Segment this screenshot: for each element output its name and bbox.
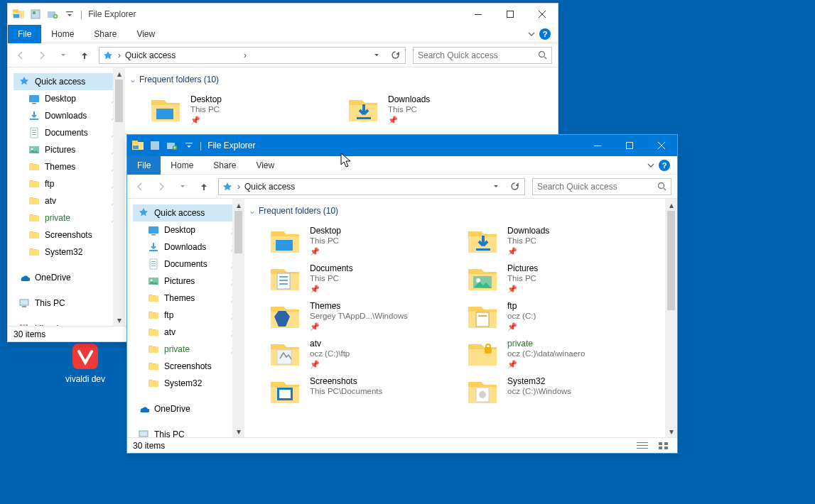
address-dropdown-button[interactable]: [369, 48, 384, 62]
group-header[interactable]: ⌄ Frequent folders (10): [244, 199, 677, 220]
navigation-pane[interactable]: Quick accessDesktop📌Downloads📌Documents📌…: [8, 67, 125, 326]
view-tab[interactable]: View: [126, 25, 165, 43]
home-tab[interactable]: Home: [41, 25, 84, 43]
large-icons-view-button[interactable]: [656, 439, 671, 452]
address-bar[interactable]: › Quick access ›: [99, 47, 406, 64]
qat-properties-icon[interactable]: [147, 138, 163, 153]
folder-item-desktop[interactable]: Desktop This PC 📌: [269, 224, 453, 256]
nav-item-pictures[interactable]: Pictures📌: [133, 273, 244, 290]
nav-forward-button[interactable]: [154, 180, 168, 194]
close-button[interactable]: [526, 4, 558, 25]
desktop-shortcut-vivaldi[interactable]: vivaldi dev: [57, 341, 114, 384]
maximize-button[interactable]: [613, 135, 645, 156]
titlebar[interactable]: | File Explorer: [127, 135, 677, 156]
scrollbar-thumb[interactable]: [234, 211, 242, 253]
nav-libraries[interactable]: Libraries: [14, 320, 125, 326]
close-button[interactable]: [645, 135, 677, 156]
nav-item-themes[interactable]: Themes📌: [14, 158, 125, 175]
nav-item-desktop[interactable]: Desktop📌: [133, 221, 244, 239]
qat-newfolder-icon[interactable]: [45, 6, 60, 22]
nav-item-downloads[interactable]: Downloads📌: [14, 107, 125, 124]
folder-item-downloads[interactable]: Downloads This PC 📌: [347, 93, 531, 125]
folder-item-system32[interactable]: System32 ocz (C:)\Windows: [466, 375, 651, 406]
navigation-pane[interactable]: Quick accessDesktop📌Downloads📌Documents📌…: [127, 199, 244, 437]
nav-item-private[interactable]: private📌: [133, 341, 244, 358]
search-box[interactable]: [413, 47, 552, 64]
folder-item-ftp[interactable]: ftp ocz (C:) 📌: [466, 300, 651, 332]
ribbon-expand-icon[interactable]: [647, 162, 654, 169]
qat-newfolder-icon[interactable]: [164, 138, 180, 153]
details-view-button[interactable]: [635, 439, 650, 452]
minimize-button[interactable]: [462, 4, 494, 25]
nav-up-button[interactable]: [77, 48, 92, 62]
folder-item-downloads[interactable]: Downloads This PC 📌: [466, 224, 651, 256]
qat-dropdown-icon[interactable]: [181, 138, 197, 153]
nav-back-button[interactable]: [133, 180, 147, 194]
maximize-button[interactable]: [494, 4, 526, 25]
folder-item-private[interactable]: private ocz (C:)\data\winaero 📌: [466, 337, 651, 369]
nav-forward-button[interactable]: [35, 48, 49, 62]
qat-properties-icon[interactable]: [28, 6, 43, 22]
navpane-scrollbar[interactable]: ▴ ▾: [232, 199, 244, 437]
help-button[interactable]: ?: [539, 28, 551, 40]
address-chevron[interactable]: ›: [244, 50, 247, 60]
nav-recent-dropdown[interactable]: [176, 180, 190, 194]
nav-item-documents[interactable]: Documents📌: [133, 256, 244, 273]
scroll-up-icon[interactable]: ▴: [665, 199, 677, 211]
share-tab[interactable]: Share: [84, 25, 126, 43]
navpane-scrollbar[interactable]: ▴ ▾: [113, 67, 125, 326]
view-tab[interactable]: View: [246, 156, 284, 175]
home-tab[interactable]: Home: [161, 156, 203, 175]
help-button[interactable]: ?: [659, 160, 670, 171]
folder-item-atv[interactable]: atv ocz (C:)\ftp 📌: [269, 337, 453, 369]
scrollbar-thumb[interactable]: [115, 80, 123, 122]
scroll-up-icon[interactable]: ▴: [113, 67, 125, 80]
refresh-button[interactable]: [388, 48, 402, 62]
nav-item-screenshots[interactable]: Screenshots: [133, 358, 244, 375]
nav-item-desktop[interactable]: Desktop📌: [14, 90, 125, 107]
nav-item-system32[interactable]: System32: [133, 375, 244, 392]
ribbon-expand-icon[interactable]: [528, 31, 535, 38]
folder-item-pictures[interactable]: Pictures This PC 📌: [466, 262, 651, 294]
nav-quick-access[interactable]: Quick access: [133, 204, 244, 221]
nav-item-atv[interactable]: atv📌: [14, 192, 125, 209]
folder-item-documents[interactable]: Documents This PC 📌: [269, 262, 453, 294]
refresh-button[interactable]: [507, 180, 522, 194]
group-header[interactable]: ⌄ Frequent folders (10): [125, 67, 558, 89]
search-box[interactable]: [532, 178, 671, 195]
address-dropdown-button[interactable]: [489, 180, 503, 194]
titlebar[interactable]: | File Explorer: [8, 4, 558, 25]
nav-item-themes[interactable]: Themes📌: [133, 290, 244, 307]
nav-quick-access[interactable]: Quick access: [14, 73, 125, 90]
explorer-window-2[interactable]: | File Explorer File Home Share View ? ›…: [126, 134, 678, 454]
nav-item-atv[interactable]: atv📌: [133, 324, 244, 341]
nav-back-button[interactable]: [14, 48, 28, 62]
nav-item-documents[interactable]: Documents📌: [14, 124, 125, 141]
folder-item-desktop[interactable]: Desktop This PC 📌: [149, 93, 334, 125]
nav-item-private[interactable]: private📌: [14, 209, 125, 226]
search-input[interactable]: [418, 50, 538, 60]
nav-onedrive[interactable]: OneDrive: [133, 400, 244, 417]
search-icon[interactable]: [657, 182, 666, 191]
scroll-down-icon[interactable]: ▾: [232, 425, 244, 437]
nav-recent-dropdown[interactable]: [56, 48, 70, 62]
content-pane[interactable]: ⌄ Frequent folders (10) Desktop This PC …: [244, 199, 677, 437]
share-tab[interactable]: Share: [203, 156, 246, 175]
file-tab[interactable]: File: [127, 156, 161, 175]
nav-onedrive[interactable]: OneDrive: [14, 269, 125, 286]
scroll-down-icon[interactable]: ▾: [665, 425, 677, 437]
file-tab[interactable]: File: [8, 25, 41, 43]
content-scrollbar[interactable]: ▴ ▾: [665, 199, 677, 437]
scrollbar-thumb[interactable]: [667, 211, 675, 310]
nav-thispc[interactable]: This PC: [14, 295, 125, 312]
minimize-button[interactable]: [581, 135, 613, 156]
scroll-down-icon[interactable]: ▾: [113, 314, 125, 326]
nav-up-button[interactable]: [197, 180, 211, 194]
address-bar[interactable]: › Quick access: [218, 178, 525, 195]
search-input[interactable]: [537, 182, 657, 192]
folder-item-themes[interactable]: Themes Sergey T\AppD...\Windows 📌: [269, 300, 453, 332]
qat-dropdown-icon[interactable]: [62, 6, 77, 22]
nav-thispc[interactable]: This PC: [133, 426, 244, 437]
nav-item-ftp[interactable]: ftp📌: [14, 175, 125, 192]
nav-item-ftp[interactable]: ftp📌: [133, 307, 244, 324]
